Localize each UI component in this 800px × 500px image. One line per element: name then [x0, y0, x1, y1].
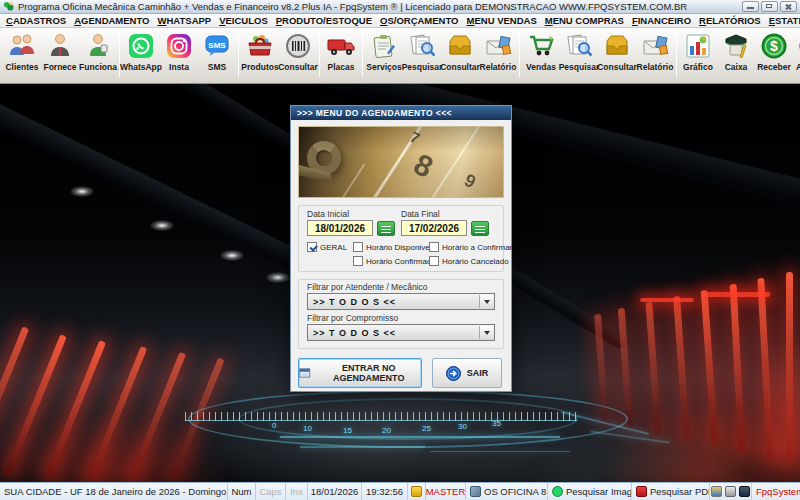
filtro-atendente-label: Filtrar por Atendente / Mecânico	[307, 282, 495, 292]
tray-icon	[603, 31, 631, 61]
grafico-button[interactable]: Gráfico	[679, 29, 717, 81]
menu-os-orcamento[interactable]: OS/ORÇAMENTO	[376, 15, 462, 26]
gauge-number: 15	[343, 426, 352, 435]
close-button[interactable]	[780, 1, 797, 12]
app-logo-icon	[3, 1, 14, 12]
data-inicial-calendar-button[interactable]	[377, 221, 395, 236]
svg-text:$: $	[770, 38, 778, 54]
instagram-button[interactable]: Insta	[160, 29, 198, 81]
apagar-button[interactable]: $ A Pagar	[793, 29, 800, 81]
toolbar: Clientes Fornece Funciona WhatsApp	[0, 28, 800, 84]
receber-button[interactable]: $ Receber	[755, 29, 793, 81]
menu-cadastros[interactable]: CADASTROS	[2, 15, 70, 26]
minimize-button[interactable]	[742, 1, 759, 12]
lock-icon	[411, 486, 422, 497]
menu-vendas[interactable]: MENU VENDAS	[463, 15, 541, 26]
servicos-button[interactable]: Serviços	[365, 29, 403, 81]
caixa-button[interactable]: Caixa	[717, 29, 755, 81]
ceiling-light	[70, 186, 94, 197]
data-inicial-label: Data Inicial	[307, 209, 401, 219]
horario-confirmado-checkbox[interactable]: Horário Confirmado	[353, 256, 429, 266]
menu-estatistica[interactable]: ESTATISTICA	[765, 15, 800, 26]
sms-button[interactable]: SMS SMS	[198, 29, 236, 81]
titlebar: Programa Oficina Mecânica Caminhão + Ven…	[0, 0, 800, 14]
geral-checkbox[interactable]: GERAL	[307, 242, 353, 252]
toolbar-separator	[319, 33, 320, 77]
chart-icon	[685, 31, 711, 61]
search-pdf-button[interactable]: Pesquisar PDF	[632, 483, 710, 500]
filtro-compromisso-label: Filtrar por Compromisso	[307, 313, 495, 323]
menu-relatorios[interactable]: RELATÓRIOS	[695, 15, 765, 26]
filtro-compromisso-select[interactable]: >> T O D O S <<	[307, 324, 495, 341]
menu-whatsapp[interactable]: WHATSAPP	[154, 15, 216, 26]
app-window: Programa Oficina Mecânica Caminhão + Ven…	[0, 0, 800, 500]
status-date: 18/01/2026	[308, 483, 362, 500]
consultar-produtos-button[interactable]: Consultar	[279, 29, 317, 81]
horario-cancelado-checkbox[interactable]: Horário Cancelado	[429, 256, 512, 266]
whatsapp-icon	[128, 31, 154, 61]
vendas-button[interactable]: Vendas	[522, 29, 560, 81]
produtos-button[interactable]: Produtos	[241, 29, 279, 81]
fornecedores-button[interactable]: Fornece	[41, 29, 79, 81]
menu-compras[interactable]: MENU COMPRAS	[541, 15, 628, 26]
monitor-icon[interactable]	[739, 486, 750, 497]
status-location: SUA CIDADE - UF 18 de Janeiro de 2026 - …	[0, 483, 228, 500]
data-final-label: Data Final	[401, 209, 495, 219]
hologram-line	[430, 451, 570, 452]
clientes-button[interactable]: Clientes	[3, 29, 41, 81]
filtro-atendente-select[interactable]: >> T O D O S <<	[307, 293, 495, 310]
chevron-down-icon[interactable]	[479, 326, 493, 339]
status-insert: Ins	[286, 483, 308, 500]
gauge-number: 20	[382, 426, 391, 435]
pesquisar-vendas-button[interactable]: Pesquisar	[560, 29, 598, 81]
relatorio-vendas-button[interactable]: Relatório	[636, 29, 674, 81]
system-icon	[470, 486, 481, 497]
gauge-number: 0	[272, 421, 276, 430]
status-time: 19:32:56	[362, 483, 408, 500]
placas-button[interactable]: Placas	[322, 29, 360, 81]
menu-agendamento[interactable]: AGENDAMENTO	[70, 15, 153, 26]
toolbar-separator	[238, 33, 239, 77]
red-light-bar	[706, 292, 770, 297]
whatsapp-button[interactable]: WhatsApp	[122, 29, 160, 81]
horario-disponivel-checkbox[interactable]: Horário Disponivel	[353, 242, 429, 252]
horario-a-confirmar-checkbox[interactable]: Horário a Confirmar	[429, 242, 512, 252]
status-app: OS OFICINA 8.2	[466, 483, 548, 500]
sair-button[interactable]: SAIR	[432, 358, 502, 388]
dollar-green-icon: $	[760, 31, 788, 61]
pdf-icon	[636, 486, 647, 497]
cart-icon	[527, 31, 555, 61]
folder-icon[interactable]	[711, 486, 722, 497]
menu-veiculos[interactable]: VEICULOS	[215, 15, 272, 26]
funcionarios-button[interactable]: Funciona	[79, 29, 117, 81]
menu-produto-estoque[interactable]: PRODUTO/ESTOQUE	[272, 15, 376, 26]
hologram-line	[300, 446, 425, 448]
window-title: Programa Oficina Mecânica Caminhão + Ven…	[18, 1, 738, 12]
search-docs-icon	[408, 31, 436, 61]
pesquisar-servicos-button[interactable]: Pesquisar	[403, 29, 441, 81]
tray-icon	[446, 31, 474, 61]
data-inicial-input[interactable]	[307, 220, 373, 236]
dialog-titlebar[interactable]: >>> MENU DO AGENDAMENTO <<<	[291, 106, 511, 120]
consultar-servicos-button[interactable]: Consultar	[441, 29, 479, 81]
workspace-background: 0 10 15 20 25 30 35 >>> MENU DO AGENDAME…	[0, 84, 800, 482]
menu-financeiro[interactable]: FINANCEIRO	[628, 15, 695, 26]
entrar-agendamento-button[interactable]: ENTRAR NO AGENDAMENTO	[298, 358, 422, 388]
data-final-input[interactable]	[401, 220, 467, 236]
consultar-vendas-button[interactable]: Consultar	[598, 29, 636, 81]
gauge-number: 35	[492, 419, 501, 428]
statusbar: SUA CIDADE - UF 18 de Janeiro de 2026 - …	[0, 482, 800, 500]
printer-icon[interactable]	[725, 486, 736, 497]
toolbox-icon	[246, 31, 274, 61]
ledger-icon	[722, 31, 750, 61]
status-lock-cell	[408, 483, 426, 500]
toolbar-separator	[362, 33, 363, 77]
chevron-down-icon[interactable]	[479, 295, 493, 308]
relatorio-servicos-button[interactable]: Relatório	[479, 29, 517, 81]
whatsapp-small-icon	[552, 486, 563, 497]
search-docs-icon	[565, 31, 593, 61]
data-final-calendar-button[interactable]	[471, 221, 489, 236]
search-images-button[interactable]: Pesquisar Imagens	[548, 483, 632, 500]
window-icon	[299, 367, 311, 379]
restore-button[interactable]	[761, 1, 778, 12]
